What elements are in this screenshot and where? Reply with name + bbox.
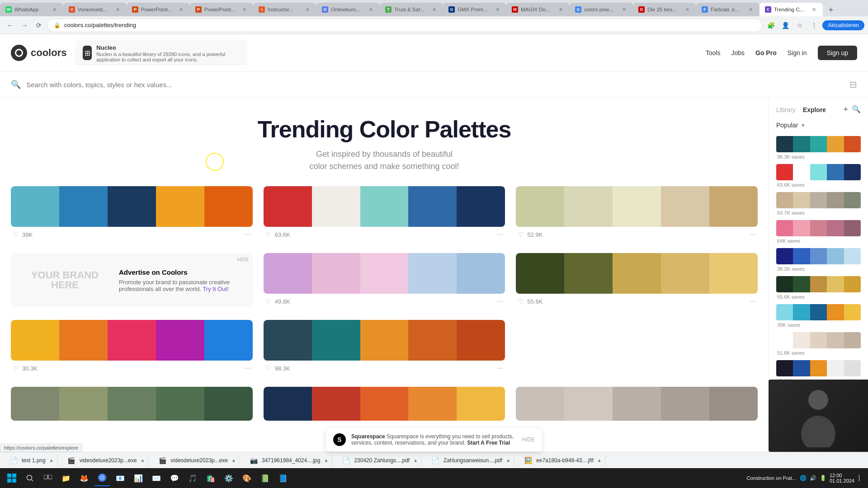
tab-pp2[interactable]: P PowerPoint... ✕ (190, 3, 253, 16)
taskbar-search[interactable] (22, 470, 38, 486)
more-icon[interactable]: ··· (497, 230, 503, 239)
update-button[interactable]: Aktualisieren (822, 20, 864, 30)
mini-palette-2[interactable]: 63.6K saves (776, 164, 861, 188)
tab-close-gmx[interactable]: ✕ (494, 6, 501, 13)
tray-icon-sound[interactable]: 🔊 (810, 474, 817, 482)
taskbar-outlook[interactable]: 📧 (112, 470, 128, 486)
back-button[interactable]: ← (4, 19, 16, 32)
download-chevron-7[interactable]: ▲ (597, 458, 602, 463)
tab-close-farbrad[interactable]: ✕ (747, 6, 754, 13)
mini-palette-6[interactable]: 55.6K saves (776, 276, 861, 300)
coolors-logo[interactable]: coolors (11, 45, 66, 61)
tab-die25[interactable]: D Die 25 bes... ✕ (633, 3, 696, 16)
tab-close-magix[interactable]: ✕ (557, 6, 564, 13)
tray-icon-network[interactable]: 🌐 (800, 474, 807, 482)
palette-item-r3-3[interactable] (516, 387, 758, 421)
squarespace-hide[interactable]: HIDE (522, 436, 535, 443)
download-item-4[interactable]: 📷 3471961984_4024....jpg ▲ (245, 454, 332, 467)
grid-icon[interactable]: ⊟ (849, 79, 857, 90)
sidebar-add-button[interactable]: + (843, 105, 848, 114)
more-icon[interactable]: ··· (245, 364, 250, 372)
download-chevron-4[interactable]: ▲ (324, 458, 328, 463)
download-chevron-1[interactable]: ▲ (49, 458, 54, 463)
palette-item-3[interactable]: ♡ 52.9K ··· (516, 186, 758, 242)
taskbar-paint[interactable]: 🎨 (239, 470, 255, 486)
taskbar-firefox[interactable]: 🦊 (76, 470, 92, 486)
more-icon[interactable]: ··· (750, 297, 756, 305)
palette-item-8[interactable]: ♡ 98.3K ··· (264, 320, 505, 376)
download-item-7[interactable]: 🖼️ ee7a180a-b948-43....jfif ▲ (520, 454, 606, 467)
nucleo-banner[interactable]: ⊞ Nucleo Nucleo is a beautiful library o… (75, 40, 247, 66)
mini-palette-8[interactable]: 51.8K saves (776, 332, 861, 356)
taskbar-mail[interactable]: ✉️ (148, 470, 165, 486)
tab-close-onlinekurs[interactable]: ✕ (367, 6, 374, 13)
more-icon[interactable]: ··· (497, 297, 503, 305)
mini-palette-3[interactable]: 63.7K saves (776, 192, 861, 216)
tab-colors[interactable]: G colors pow... ✕ (570, 3, 633, 16)
mini-palette-4[interactable]: 64K saves (776, 220, 861, 244)
taskbar-store[interactable]: 🛍️ (203, 470, 219, 486)
tab-close-instructor[interactable]: ✕ (304, 6, 311, 13)
new-tab-button[interactable]: + (825, 4, 837, 16)
tab-close-voranmeld[interactable]: ✕ (114, 6, 121, 13)
palette-item-r3-1[interactable] (11, 387, 253, 421)
mini-palette-5[interactable]: 38.2K saves (776, 248, 861, 272)
settings-button[interactable]: ⋮ (808, 19, 821, 32)
reload-button[interactable]: ⟳ (33, 19, 45, 32)
download-chevron-2[interactable]: ▲ (140, 458, 145, 463)
search-input[interactable] (26, 81, 844, 89)
tab-instructor[interactable]: I Instructor... ✕ (253, 3, 316, 16)
tab-close-die25[interactable]: ✕ (684, 6, 691, 13)
download-chevron-6[interactable]: ▲ (506, 458, 510, 463)
taskbar-start-button[interactable] (4, 470, 20, 486)
tray-show-desktop[interactable]: ▏ (857, 474, 864, 482)
taskbar-excel[interactable]: 📗 (257, 470, 273, 486)
sidebar-tab-library[interactable]: Library (776, 106, 796, 113)
ad-try-link[interactable]: Try It Out! (203, 286, 228, 292)
forward-button[interactable]: → (18, 19, 31, 32)
taskbar-more[interactable]: 🎵 (184, 470, 201, 486)
download-chevron-3[interactable]: ▲ (231, 458, 236, 463)
palette-item-1[interactable]: ♡ 39K ··· (11, 186, 253, 242)
download-item-5[interactable]: 📄 230420 Zahlungs....pdf ▲ (338, 454, 422, 467)
nav-tools[interactable]: Tools (706, 49, 721, 56)
tab-trust[interactable]: T Trust & Saf... ✕ (380, 3, 443, 16)
download-item-6[interactable]: 📄 Zahlungsanweisun....pdf ▲ (427, 454, 514, 467)
tab-magix[interactable]: M MAGIX Do... ✕ (506, 3, 570, 16)
tab-trending[interactable]: C Trending C... ✕ (760, 3, 823, 16)
download-item-2[interactable]: 🎬 videodeluxe2023p...exe ▲ (63, 454, 149, 467)
tab-pp1[interactable]: P PowerPoint... ✕ (127, 3, 190, 16)
sidebar-tab-explore[interactable]: Explore (803, 106, 826, 113)
tab-onlinekurs[interactable]: O Onlinekurs... ✕ (316, 3, 380, 16)
tab-close-pp1[interactable]: ✕ (177, 6, 184, 13)
palette-item-2[interactable]: ♡ 63.6K ··· (264, 186, 505, 242)
download-item-3[interactable]: 🎬 videodeluxe2023p...exe ▲ (154, 454, 240, 467)
profile-button[interactable]: 👤 (779, 19, 792, 32)
popular-filter[interactable]: Popular ▼ (776, 122, 861, 129)
address-bar[interactable]: 🔒 coolors.co/palettes/trending (47, 19, 763, 32)
nav-signup[interactable]: Sign up (818, 46, 857, 60)
palette-item-7[interactable]: ♡ 30.3K ··· (11, 320, 253, 376)
taskbar-teams[interactable]: 💬 (166, 470, 183, 486)
tab-close-whatsapp[interactable]: ✕ (51, 6, 58, 13)
extensions-button[interactable]: 🧩 (764, 19, 777, 32)
nav-jobs[interactable]: Jobs (731, 49, 745, 56)
tab-gmx[interactable]: G GMX Prem... ✕ (443, 3, 506, 16)
tray-icon-battery[interactable]: 🔋 (820, 474, 827, 482)
bookmark-button[interactable]: ☆ (793, 19, 806, 32)
taskbar-chrome[interactable] (94, 470, 110, 486)
download-item-1[interactable]: 📄 test 1.png ▲ (5, 454, 58, 467)
palette-item-5[interactable]: ♡ 49.8K ··· (264, 253, 505, 309)
tab-close-pp2[interactable]: ✕ (241, 6, 248, 13)
tab-farbrad[interactable]: F Farbrad, e... ✕ (696, 3, 760, 16)
tab-close-trending[interactable]: ✕ (810, 6, 817, 13)
taskbar-word[interactable]: 📘 (275, 470, 291, 486)
more-icon[interactable]: ··· (750, 230, 756, 239)
palette-item-6[interactable]: ♡ 55.6K ··· (516, 253, 758, 309)
mini-palette-1[interactable]: 98.3K saves (776, 136, 861, 160)
nav-gopro[interactable]: Go Pro (755, 49, 777, 56)
tab-voranmeld[interactable]: V Voranmeld... ✕ (63, 3, 127, 16)
taskbar-task-view[interactable] (40, 470, 56, 486)
download-chevron-5[interactable]: ▲ (413, 458, 418, 463)
taskbar-settings2[interactable]: ⚙️ (221, 470, 237, 486)
